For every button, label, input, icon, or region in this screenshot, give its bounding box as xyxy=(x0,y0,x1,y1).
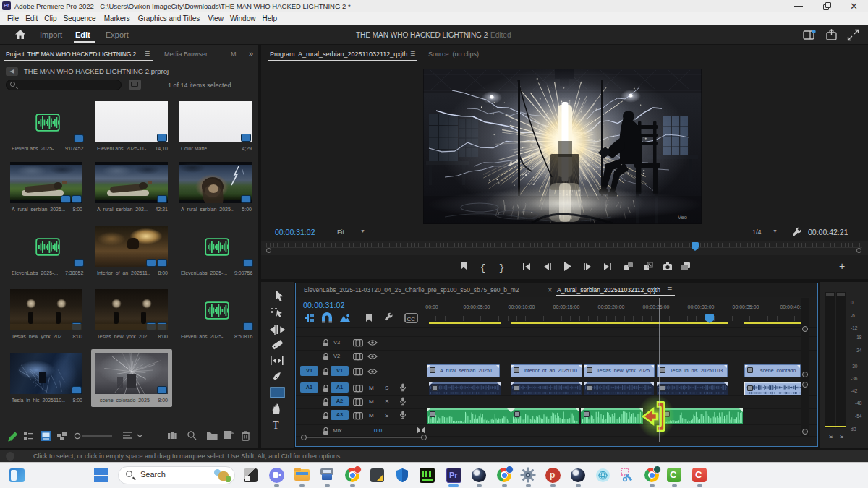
svg-text:Veo: Veo xyxy=(678,214,687,221)
svg-text:}: } xyxy=(499,263,504,273)
svg-text:{: { xyxy=(480,263,485,273)
svg-text:CC: CC xyxy=(407,316,416,322)
svg-text:T: T xyxy=(273,420,279,431)
